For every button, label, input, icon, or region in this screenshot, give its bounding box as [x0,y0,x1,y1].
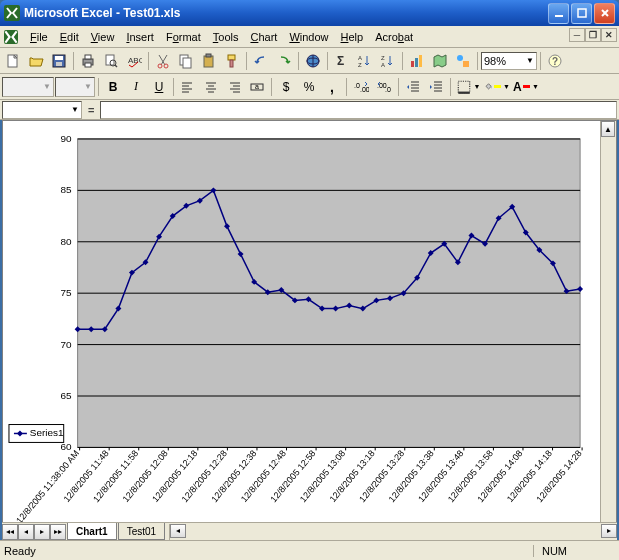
tab-nav-first-button[interactable]: ◂◂ [2,524,18,540]
comma-button[interactable]: , [321,76,343,98]
cut-button[interactable] [152,50,174,72]
fontsize-combo[interactable]: ▼ [55,77,95,97]
doc-restore-button[interactable]: ❐ [585,28,601,42]
increase-decimal-button[interactable]: .0.00 [350,76,372,98]
decrease-indent-button[interactable] [402,76,424,98]
svg-rect-62 [458,81,469,92]
doc-close-button[interactable]: ✕ [601,28,617,42]
sort-desc-button[interactable]: ZA [377,50,399,72]
menu-file[interactable]: File [24,29,54,45]
menu-chart[interactable]: Chart [244,29,283,45]
scroll-right-button[interactable]: ▸ [601,524,617,538]
svg-rect-30 [415,58,418,67]
svg-rect-0 [555,15,563,17]
svg-text:80: 80 [61,236,73,247]
menu-view[interactable]: View [85,29,121,45]
vertical-scrollbar[interactable]: ▲ ▼ [600,121,616,539]
help-button[interactable]: ? [544,50,566,72]
decrease-decimal-button[interactable]: .00.0 [373,76,395,98]
borders-button[interactable]: ▼ [454,76,482,98]
svg-text:85: 85 [61,184,73,195]
svg-point-32 [457,55,463,61]
svg-text:70: 70 [61,339,73,350]
new-button[interactable] [2,50,24,72]
tab-nav-last-button[interactable]: ▸▸ [50,524,66,540]
save-button[interactable] [48,50,70,72]
svg-rect-18 [206,54,211,57]
print-preview-button[interactable] [100,50,122,72]
sheet-tabs-bar: ◂◂ ◂ ▸ ▸▸ Chart1 Test01 ◂ ▸ [2,522,617,540]
svg-text:A: A [358,55,362,61]
spelling-button[interactable]: ABC [123,50,145,72]
menu-insert[interactable]: Insert [120,29,160,45]
svg-rect-17 [204,56,213,67]
formula-input[interactable] [100,101,617,119]
sort-asc-button[interactable]: AZ [354,50,376,72]
maximize-button[interactable] [571,3,592,24]
svg-text:Z: Z [381,55,385,61]
undo-button[interactable] [250,50,272,72]
tab-nav-next-button[interactable]: ▸ [34,524,50,540]
fx-label: = [82,104,100,116]
align-center-button[interactable] [200,76,222,98]
underline-button[interactable]: U [148,76,170,98]
name-box[interactable]: ▼ [2,101,82,119]
svg-text:ABC: ABC [128,56,142,65]
chart-area[interactable]: 6065707580859012/8/2005 11:38:00 AM12/8/… [3,121,600,539]
autosum-button[interactable]: Σ [331,50,353,72]
formatting-toolbar: ▼ ▼ B I U a $ % , .0.00 .00.0 ▼ ▼ A▼ [0,74,619,100]
hyperlink-button[interactable] [302,50,324,72]
minimize-button[interactable] [548,3,569,24]
menu-window[interactable]: Window [283,29,334,45]
tab-chart1[interactable]: Chart1 [67,523,117,540]
menu-edit[interactable]: Edit [54,29,85,45]
scroll-left-button[interactable]: ◂ [170,524,186,538]
align-right-button[interactable] [223,76,245,98]
redo-button[interactable] [273,50,295,72]
doc-minimize-button[interactable]: ─ [569,28,585,42]
font-combo[interactable]: ▼ [2,77,54,97]
svg-rect-31 [419,55,422,67]
menu-help[interactable]: Help [335,29,370,45]
svg-text:Series1: Series1 [30,427,64,438]
svg-point-13 [158,64,162,68]
tab-nav-prev-button[interactable]: ◂ [18,524,34,540]
increase-indent-button[interactable] [425,76,447,98]
map-button[interactable] [429,50,451,72]
horizontal-scrollbar[interactable]: ◂ ▸ [169,524,617,540]
bold-button[interactable]: B [102,76,124,98]
svg-text:Σ: Σ [337,54,344,68]
format-painter-button[interactable] [221,50,243,72]
formula-bar: ▼ = [0,100,619,120]
svg-line-11 [115,65,117,67]
svg-text:Z: Z [358,62,362,68]
print-button[interactable] [77,50,99,72]
chart-wizard-button[interactable] [406,50,428,72]
open-button[interactable] [25,50,47,72]
zoom-combo[interactable]: 98%▼ [481,52,537,70]
svg-rect-1 [578,9,586,17]
copy-button[interactable] [175,50,197,72]
close-button[interactable] [594,3,615,24]
menu-tools[interactable]: Tools [207,29,245,45]
menu-acrobat[interactable]: Acrobat [369,29,419,45]
currency-button[interactable]: $ [275,76,297,98]
italic-button[interactable]: I [125,76,147,98]
tab-test01[interactable]: Test01 [118,523,165,540]
fill-color-button[interactable]: ▼ [483,76,511,98]
merge-center-button[interactable]: a [246,76,268,98]
align-left-button[interactable] [177,76,199,98]
svg-rect-4 [55,56,63,60]
scroll-up-button[interactable]: ▲ [601,121,615,137]
workbook-area: 6065707580859012/8/2005 11:38:00 AM12/8/… [2,120,617,540]
paste-button[interactable] [198,50,220,72]
menu-format[interactable]: Format [160,29,207,45]
zoom-value: 98% [484,55,506,67]
document-excel-icon [4,30,18,44]
svg-text:a: a [255,83,259,90]
drawing-button[interactable] [452,50,474,72]
percent-button[interactable]: % [298,76,320,98]
font-color-button[interactable]: A▼ [512,76,540,98]
svg-rect-5 [56,62,62,66]
svg-rect-16 [183,58,191,68]
